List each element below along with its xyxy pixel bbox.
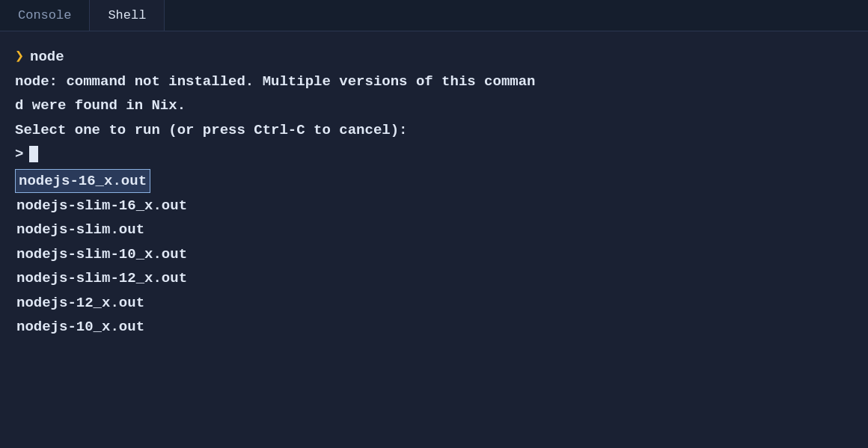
cursor — [29, 146, 38, 162]
list-item[interactable]: nodejs-slim-16_x.out — [15, 194, 853, 217]
output-line-1: node: command not installed. Multiple ve… — [15, 70, 853, 93]
tab-bar: Console Shell — [0, 0, 868, 31]
list-item[interactable]: nodejs-slim.out — [15, 218, 853, 241]
selected-list-item[interactable]: nodejs-16_x.out — [15, 169, 150, 193]
list-items-container: nodejs-slim-16_x.outnodejs-slim.outnodej… — [15, 194, 853, 338]
list-item[interactable]: nodejs-slim-12_x.out — [15, 267, 853, 289]
input-prompt-symbol: > — [15, 143, 23, 165]
prompt-command: node — [30, 46, 64, 68]
prompt-arrow-icon: ❯ — [15, 45, 24, 69]
input-line: > — [15, 143, 853, 165]
list-item[interactable]: nodejs-12_x.out — [15, 292, 853, 314]
prompt-line: ❯ node — [15, 45, 853, 69]
terminal-body: ❯ node node: command not installed. Mult… — [0, 31, 868, 353]
list-item[interactable]: nodejs-10_x.out — [15, 316, 853, 338]
list-item[interactable]: nodejs-slim-10_x.out — [15, 243, 853, 266]
tab-shell[interactable]: Shell — [90, 0, 165, 31]
output-line-3: Select one to run (or press Ctrl-C to ca… — [15, 119, 853, 141]
output-line-2: d were found in Nix. — [15, 94, 853, 117]
tab-console[interactable]: Console — [0, 0, 90, 31]
